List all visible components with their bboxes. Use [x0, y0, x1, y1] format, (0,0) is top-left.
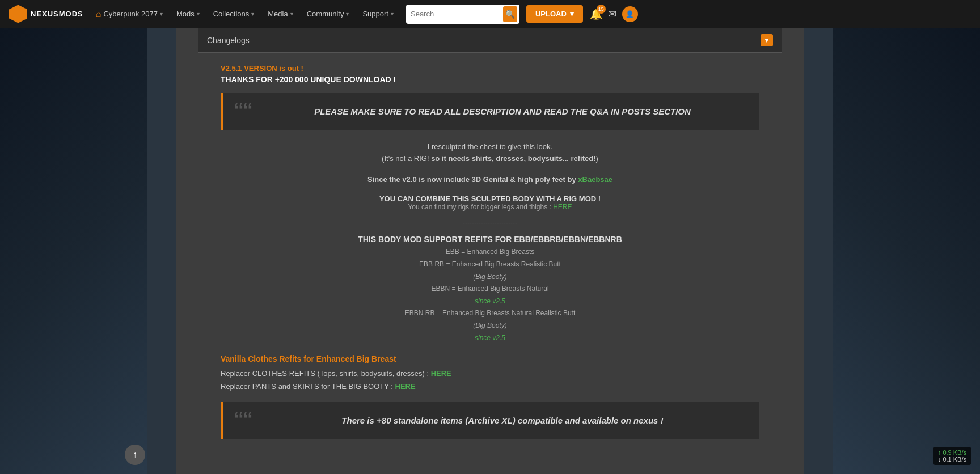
- v2-include-line: Since the v2.0 is now include 3D Genital…: [221, 174, 759, 186]
- logo-text: NEXUSMODS: [31, 10, 83, 18]
- speed-up: ↑ 0.9 KB/s: [938, 449, 966, 456]
- user-avatar[interactable]: 👤: [622, 6, 638, 22]
- speed-indicator: ↑ 0.9 KB/s ↓ 0.1 KB/s: [933, 447, 971, 465]
- replacer2-link[interactable]: HERE: [395, 382, 416, 391]
- nav-mods-label: Mods: [176, 10, 195, 18]
- v2-prefix: Since the v2.0 is now include 3D Genital…: [368, 175, 576, 184]
- content-area: Changelogs ▼ V2.5.1 VERSION is out ! THA…: [198, 28, 782, 474]
- community-chevron: ▾: [346, 11, 349, 17]
- nav-media[interactable]: Media ▾: [262, 0, 298, 28]
- home-icon: ⌂: [96, 9, 102, 19]
- combine-block: YOU CAN COMBINE THIS SCULPTED BODY WITH …: [221, 194, 759, 211]
- mods-chevron: ▾: [197, 11, 200, 17]
- ebb-rb-booty: (Big Booty): [473, 273, 506, 281]
- scroll-up-icon: ↑: [133, 450, 137, 460]
- ebbn-rb-since: since v2.5: [221, 332, 759, 345]
- resculpt-main: I resculpted the chest to give this look…: [428, 142, 552, 151]
- nav-collections[interactable]: Collections ▾: [208, 0, 260, 28]
- version-notice: V2.5.1 VERSION is out !: [221, 64, 759, 73]
- upload-button[interactable]: UPLOAD ▾: [526, 5, 583, 23]
- nexus-logo-icon: [9, 5, 27, 23]
- xbaebsae-link[interactable]: xBaebsae: [578, 175, 612, 184]
- changelogs-label: Changelogs: [207, 36, 250, 45]
- nav-support[interactable]: Support ▾: [357, 0, 399, 28]
- blockquote-main-text: PLEASE MAKE SURE TO READ ALL DESCRIPTION…: [240, 107, 742, 116]
- support-chevron: ▾: [391, 11, 394, 17]
- media-chevron: ▾: [290, 11, 293, 17]
- changelogs-arrow-icon: ▼: [763, 36, 770, 44]
- v2-include-text: Since the v2.0 is now include 3D Genital…: [368, 175, 612, 184]
- nav-community[interactable]: Community ▾: [301, 0, 355, 28]
- nav-home[interactable]: ⌂ Cyberpunk 2077 ▾: [90, 0, 168, 28]
- main-wrapper: Changelogs ▼ V2.5.1 VERSION is out ! THA…: [0, 28, 980, 474]
- ebbn-rb-line: EBBN RB = Enhanced Big Breasts Natural R…: [221, 307, 759, 344]
- blockquote-main: PLEASE MAKE SURE TO READ ALL DESCRIPTION…: [221, 93, 759, 130]
- nav-mods[interactable]: Mods ▾: [171, 0, 205, 28]
- collections-chevron: ▾: [251, 11, 254, 17]
- ebb-line: EBB = Enhanced Big Breasts: [221, 246, 759, 259]
- combine-sub: You can find my rigs for bigger legs and…: [221, 203, 759, 211]
- replacer1-link[interactable]: HERE: [431, 369, 451, 378]
- avatar-icon: 👤: [626, 10, 634, 18]
- nav-community-label: Community: [307, 10, 344, 18]
- blockquote-2: There is +80 standalone items (Archive X…: [221, 402, 759, 439]
- nav-support-label: Support: [362, 10, 388, 18]
- navbar: NEXUSMODS ⌂ Cyberpunk 2077 ▾ Mods ▾ Coll…: [0, 0, 980, 28]
- scroll-up-button[interactable]: ↑: [125, 445, 145, 465]
- thanks-notice: THANKS FOR +200 000 UNIQUE DOWNLOAD !: [221, 75, 759, 84]
- replacer-pants-line: Replacer PANTS and SKIRTS for THE BIG BO…: [221, 382, 759, 391]
- vanilla-title: Vanilla Clothes Refits for Enhanced Big …: [221, 354, 759, 363]
- combine-title: YOU CAN COMBINE THIS SCULPTED BODY WITH …: [221, 194, 759, 203]
- rig-note-bold: so it needs shirts, dresses, bodysuits..…: [431, 154, 595, 163]
- support-block: THIS BODY MOD SUPPORT REFITS FOR EBB/EBB…: [221, 235, 759, 344]
- notification-bell[interactable]: 🔔 15: [590, 8, 602, 20]
- search-button[interactable]: 🔍: [503, 6, 517, 22]
- rig-note-plain: It's not a RIG!: [384, 154, 431, 163]
- nav-media-label: Media: [268, 10, 288, 18]
- blockquote-2-text: There is +80 standalone items (Archive X…: [240, 416, 742, 425]
- messages-icon[interactable]: ✉: [608, 8, 616, 20]
- divider: ------------------------: [221, 219, 759, 227]
- changelogs-bar: Changelogs ▼: [198, 28, 782, 53]
- ebbn-rb-booty: (Big Booty): [473, 321, 506, 329]
- upload-chevron: ▾: [570, 10, 574, 18]
- nav-right-icons: 🔔 15 ✉ 👤: [590, 6, 638, 22]
- search-input[interactable]: [411, 10, 503, 18]
- home-chevron: ▾: [160, 11, 163, 17]
- logo[interactable]: NEXUSMODS: [9, 5, 83, 23]
- speed-down: ↓ 0.1 KB/s: [938, 456, 966, 463]
- search-bar: 🔍: [406, 5, 519, 24]
- ebbn-since: since v2.5: [221, 295, 759, 308]
- nav-collections-label: Collections: [213, 10, 250, 18]
- content-body: V2.5.1 VERSION is out ! THANKS FOR +200 …: [198, 53, 782, 462]
- ebb-rb-line: EBB RB = Enhanced Big Breasts Realistic …: [221, 259, 759, 283]
- changelogs-toggle[interactable]: ▼: [761, 34, 773, 46]
- nav-home-label: Cyberpunk 2077: [103, 10, 157, 18]
- support-items: EBB = Enhanced Big Breasts EBB RB = Enha…: [221, 246, 759, 344]
- here-link-1[interactable]: HERE: [553, 203, 572, 211]
- support-title: THIS BODY MOD SUPPORT REFITS FOR EBB/EBB…: [221, 235, 759, 244]
- upload-label: UPLOAD: [535, 10, 567, 18]
- replacer-clothes-line: Replacer CLOTHES REFITS (Tops, shirts, b…: [221, 369, 759, 378]
- resculpt-text: I resculpted the chest to give this look…: [221, 141, 759, 165]
- rig-note: (It's not a RIG! so it needs shirts, dre…: [382, 154, 598, 163]
- ebbn-line: EBBN = Enhanced Big Breasts Natural sinc…: [221, 283, 759, 307]
- notification-badge: 15: [597, 5, 606, 14]
